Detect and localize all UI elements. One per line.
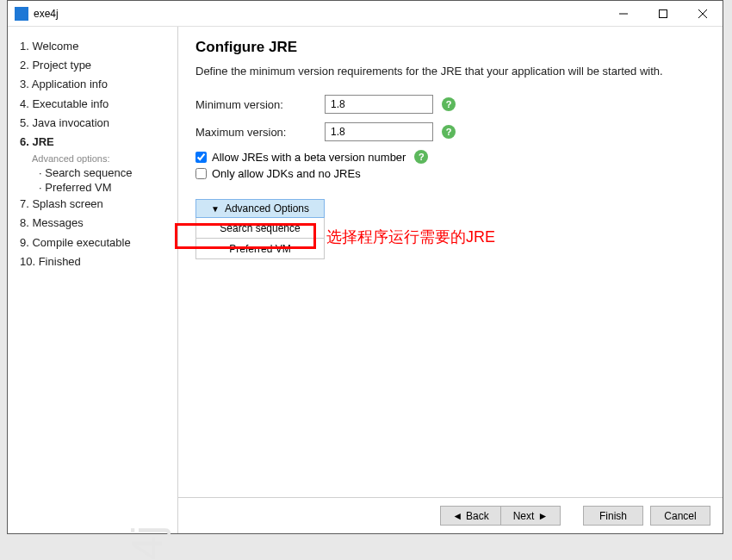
only-jdk-checkbox[interactable] [195,168,207,179]
max-version-label: Maximum version: [195,126,325,139]
allow-beta-label: Allow JREs with a beta version number [212,151,406,164]
triangle-down-icon: ▼ [211,204,220,214]
advanced-options-toggle[interactable]: ▼ Advanced Options [195,199,325,218]
app-window: exe4j 1. Welcome 2. Project type 3. Appl… [7,0,723,534]
min-version-input[interactable] [325,95,433,114]
step-messages[interactable]: 8. Messages [20,214,177,233]
min-version-label: Minimum version: [195,98,325,111]
adv-item-search-sequence[interactable]: Search sequence [195,218,325,239]
step-project-type[interactable]: 2. Project type [20,56,177,75]
page-title: Configure JRE [195,39,705,56]
maximize-button[interactable] [643,1,683,27]
minimize-button[interactable] [604,1,643,27]
substep-preferred-vm[interactable]: Preferred VM [20,180,177,195]
finish-button[interactable]: Finish [583,506,643,526]
step-java-invocation[interactable]: 5. Java invocation [20,114,177,133]
main-panel: Configure JRE Define the minimum version… [178,27,723,533]
substep-search-sequence[interactable]: Search sequence [20,165,177,180]
step-application-info[interactable]: 3. Application info [20,75,177,94]
help-icon[interactable]: ? [414,150,428,164]
step-splash-screen[interactable]: 7. Splash screen [20,195,177,214]
step-finished[interactable]: 10. Finished [20,252,177,271]
wizard-sidebar: 1. Welcome 2. Project type 3. Applicatio… [8,27,178,533]
wizard-footer: ◄ Back Next ► Finish Cancel [178,497,723,533]
help-icon[interactable]: ? [442,125,456,139]
page-description: Define the minimum version requirements … [195,65,705,78]
arrow-left-icon: ◄ [452,510,462,522]
back-button[interactable]: ◄ Back [440,506,500,526]
watermark: exe4j [122,525,172,560]
help-icon[interactable]: ? [442,97,456,111]
cancel-button[interactable]: Cancel [650,506,710,526]
advanced-options-header-label: Advanced Options [225,202,309,215]
close-button[interactable] [683,1,723,27]
max-version-input[interactable] [325,122,433,141]
annotation-text: 选择程序运行需要的JRE [326,227,495,247]
arrow-right-icon: ► [537,510,548,522]
app-icon [15,7,28,21]
svg-rect-1 [660,9,667,17]
step-welcome[interactable]: 1. Welcome [20,37,177,56]
adv-item-preferred-vm[interactable]: Preferred VM [195,239,325,259]
advanced-options-label: Advanced options: [20,152,177,165]
next-button[interactable]: Next ► [500,506,561,526]
allow-beta-checkbox[interactable] [195,152,207,163]
step-compile-executable[interactable]: 9. Compile executable [20,233,177,252]
window-title: exe4j [34,8,59,20]
titlebar: exe4j [8,1,723,27]
step-jre[interactable]: 6. JRE [20,133,177,152]
only-jdk-label: Only allow JDKs and no JREs [212,167,361,180]
step-executable-info[interactable]: 4. Executable info [20,95,177,114]
